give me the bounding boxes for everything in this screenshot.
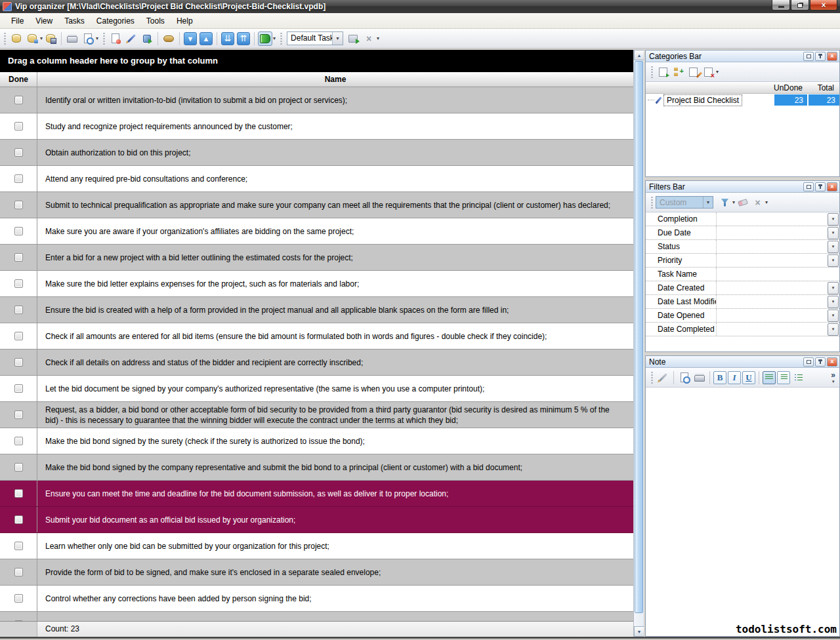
note-preview-button[interactable] (677, 370, 691, 384)
task-checkbox[interactable] (14, 148, 23, 157)
task-checkbox[interactable] (14, 437, 23, 445)
scrollbar-thumb[interactable] (635, 61, 643, 613)
task-name-text[interactable]: Make sure you are aware if your organiza… (37, 218, 633, 244)
task-row[interactable]: Provide the form of bid to be signed, an… (0, 559, 633, 586)
task-name-text[interactable]: Learn the date and status of the bid ope… (37, 612, 633, 621)
filters-pin-button[interactable] (815, 182, 826, 191)
categories-restore-button[interactable] (803, 52, 814, 61)
task-row[interactable]: Study and recognize project requirements… (0, 113, 633, 140)
task-row[interactable]: Let the bid document be signed by your c… (0, 376, 633, 402)
task-name-text[interactable]: Make the bid bond signed by the company … (37, 454, 633, 480)
task-row[interactable]: Control whether any corrections have bee… (0, 586, 633, 612)
task-row[interactable]: Learn whether only one bid can be submit… (0, 533, 633, 559)
filter-dropdown-button[interactable]: ▾ (828, 241, 839, 253)
categories-toolbar-dropdown-icon[interactable]: ▾ (716, 69, 719, 75)
task-checkbox[interactable] (14, 253, 23, 262)
complete-task-button[interactable] (140, 31, 154, 46)
delete-filter-button[interactable]: × (751, 195, 765, 209)
filter-value-field[interactable] (716, 323, 828, 336)
filter-value-field[interactable] (716, 240, 828, 253)
scroll-down-button[interactable]: ▼ (634, 626, 644, 637)
column-header-name[interactable]: Name (37, 72, 633, 87)
filter-value-field[interactable] (716, 281, 828, 294)
task-name-text[interactable]: Make the bid bond signed by the surety (… (37, 428, 633, 454)
task-checkbox[interactable] (14, 489, 23, 498)
task-row[interactable]: Make sure you are aware if your organiza… (0, 218, 633, 245)
new-database-button[interactable] (9, 31, 24, 46)
task-row[interactable]: Enter a bid for a new project with a bid… (0, 245, 633, 271)
move-top-button[interactable]: ⇈ (237, 32, 250, 45)
filter-value-field[interactable] (716, 268, 828, 281)
task-row[interactable]: Make the bid bond signed by the company … (0, 454, 633, 481)
task-checkbox[interactable] (14, 515, 23, 524)
task-checkbox[interactable] (14, 279, 23, 288)
clear-type-button[interactable]: × (362, 31, 376, 46)
task-row[interactable]: Make the bid bond signed by the surety (… (0, 428, 633, 454)
filter-value-field[interactable] (716, 212, 828, 226)
assign-type-button[interactable] (346, 31, 360, 46)
italic-button[interactable]: I (728, 371, 741, 384)
task-name-text[interactable]: Ensure you can meet the time and deadlin… (37, 481, 633, 506)
task-row[interactable]: Check if all details on address and stat… (0, 350, 633, 376)
categories-pin-button[interactable] (815, 52, 826, 61)
restore-button[interactable] (791, 0, 809, 10)
task-type-dropdown-button[interactable]: ▾ (332, 32, 343, 45)
task-checkbox[interactable] (14, 384, 23, 393)
align-left-button[interactable] (763, 371, 776, 384)
note-print-button[interactable] (692, 370, 706, 384)
task-checkbox[interactable] (14, 96, 23, 104)
task-name-text[interactable]: Enter a bid for a new project with a bid… (37, 245, 633, 270)
filter-preset-dropdown-button[interactable]: ▾ (703, 197, 713, 208)
move-down-button[interactable]: ▼ (184, 32, 197, 45)
task-name-text[interactable]: Make sure the bid letter explains expens… (37, 271, 633, 296)
filter-dropdown-button[interactable]: ▾ (828, 296, 839, 308)
notes-toggle-button[interactable] (258, 31, 272, 46)
task-checkbox[interactable] (14, 410, 23, 419)
filter-preset-combobox[interactable]: Custom ▾ (656, 196, 713, 209)
task-name-text[interactable]: Check if all amounts are entered for all… (37, 323, 633, 349)
column-header-total[interactable]: Total (808, 82, 839, 93)
task-row[interactable]: Attend any required pre-bid consultation… (0, 166, 633, 192)
filter-value-field[interactable] (716, 226, 828, 239)
categories-close-button[interactable]: × (827, 52, 837, 61)
task-type-combobox[interactable]: Default Task ▾ (287, 31, 343, 45)
move-up-button[interactable]: ▲ (200, 32, 213, 45)
open-database-dropdown-icon[interactable]: ▾ (40, 35, 43, 41)
clear-filter-button[interactable] (736, 195, 749, 209)
notes-dropdown-icon[interactable]: ▾ (273, 35, 276, 41)
menu-item-help[interactable]: Help (171, 14, 199, 28)
task-name-text[interactable]: Submit your bid document as an official … (37, 507, 633, 532)
filter-dropdown-button[interactable]: ▾ (828, 310, 839, 322)
print-preview-button[interactable] (81, 31, 95, 46)
task-checkbox[interactable] (14, 542, 23, 550)
task-checkbox[interactable] (14, 568, 23, 576)
group-by-band[interactable]: Drag a column header here to group by th… (0, 50, 633, 72)
filters-toolbar-dropdown-icon[interactable]: ▾ (765, 199, 768, 205)
filter-dropdown-button[interactable]: ▾ (828, 213, 839, 226)
task-row[interactable]: Submit to technical prequalification as … (0, 192, 633, 218)
task-name-text[interactable]: Obtain authorization to bid on this proj… (37, 140, 633, 165)
task-checkbox[interactable] (14, 227, 23, 235)
save-database-button[interactable] (43, 31, 58, 46)
filter-value-field[interactable] (716, 295, 828, 308)
task-row[interactable]: Obtain authorization to bid on this proj… (0, 140, 633, 166)
note-close-button[interactable]: × (827, 357, 837, 367)
task-row[interactable]: Submit your bid document as an official … (0, 507, 633, 533)
filters-close-button[interactable]: × (827, 182, 837, 191)
task-row[interactable]: Ensure you can meet the time and deadlin… (0, 481, 633, 507)
task-row[interactable]: Request, as a bidder, a bid bond or othe… (0, 402, 633, 428)
filter-dropdown-button[interactable]: ▾ (828, 282, 839, 294)
delete-category-button[interactable]: × (702, 65, 715, 79)
task-checkbox[interactable] (14, 201, 23, 209)
category-name[interactable]: Project Bid Checklist (663, 94, 742, 106)
filter-value-field[interactable] (716, 309, 828, 322)
task-row[interactable]: Ensure the bid is created with a help of… (0, 297, 633, 323)
note-editor[interactable]: todolistsoft.com (646, 388, 839, 636)
category-row[interactable]: Project Bid Checklist 23 23 (646, 94, 839, 106)
task-name-text[interactable]: Provide the form of bid to be signed, an… (37, 559, 633, 585)
minimize-button[interactable] (772, 0, 790, 10)
task-checkbox[interactable] (14, 306, 23, 314)
menu-item-file[interactable]: File (5, 14, 30, 28)
task-checkbox[interactable] (14, 122, 23, 130)
apply-filter-dropdown-icon[interactable]: ▾ (732, 199, 735, 205)
